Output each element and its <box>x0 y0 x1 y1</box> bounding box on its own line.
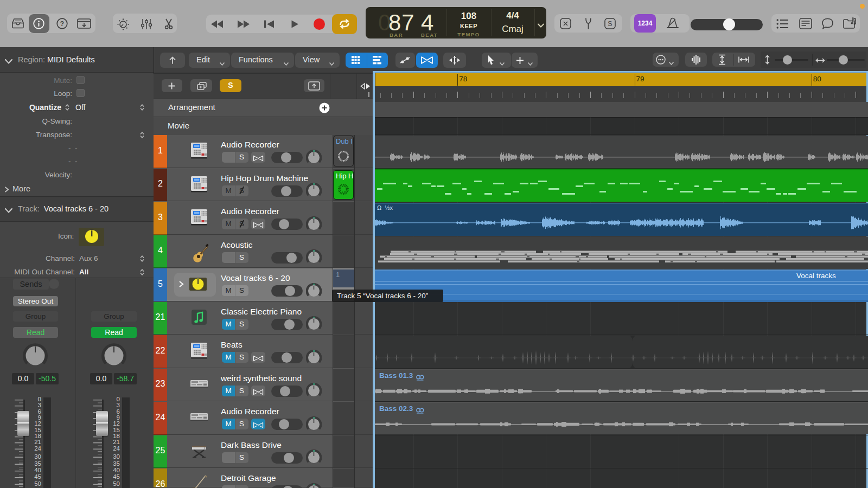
svg-text:S: S <box>608 20 612 28</box>
svg-text:Ω ½x: Ω ½x <box>377 204 393 211</box>
svg-text:?: ? <box>60 20 64 28</box>
